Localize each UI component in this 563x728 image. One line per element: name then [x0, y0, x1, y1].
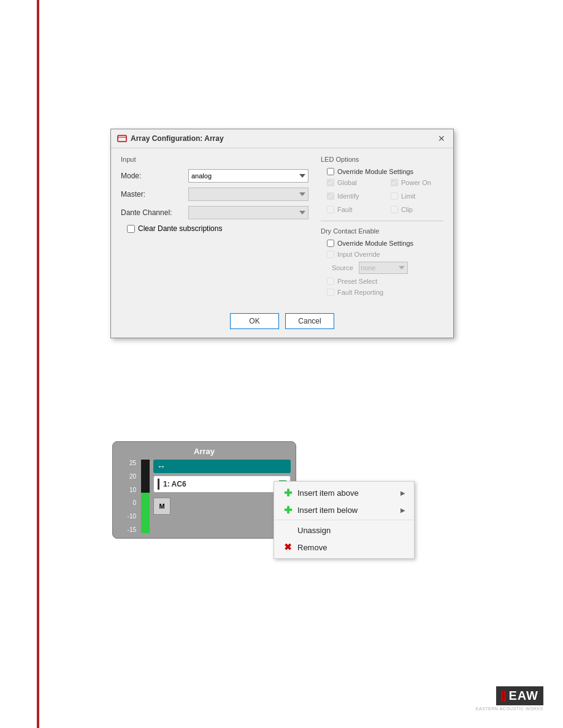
global-label: Global	[337, 179, 357, 186]
eaw-stripes	[501, 691, 506, 702]
clip-row: Clip	[385, 206, 443, 213]
array-widget: Array 25 20 10 0 -10 -15 ↔ 1: AC6	[112, 441, 296, 539]
unassign-label: Unassign	[297, 526, 331, 535]
dialog-body: Input Mode: analog Master: Dante Channel…	[111, 148, 453, 307]
array-title: Array	[118, 447, 291, 456]
fault-label: Fault	[337, 206, 352, 213]
identify-label: Identify	[337, 192, 359, 200]
dry-contact-label: Dry Contact Enable	[321, 227, 443, 235]
mode-row: Mode: analog	[121, 169, 308, 183]
mode-label: Mode:	[121, 172, 188, 180]
input-override-label: Input Override	[337, 251, 380, 258]
dialog-title: Array Configuration: Array	[131, 134, 224, 143]
m-button[interactable]: M	[153, 498, 170, 515]
meter-fill	[141, 493, 150, 533]
dry-override-row: Override Module Settings	[321, 240, 443, 247]
insert-below-label: Insert item below	[297, 506, 358, 515]
clip-checkbox[interactable]	[391, 206, 398, 213]
power-on-checkbox[interactable]	[391, 179, 398, 186]
cancel-button[interactable]: Cancel	[285, 313, 334, 329]
power-on-row: Power On	[385, 179, 443, 186]
dialog-titlebar: Array Configuration: Array ✕	[111, 129, 453, 148]
config-icon	[117, 134, 127, 143]
x-red-icon: ✖	[283, 542, 293, 552]
fault-reporting-checkbox[interactable]	[327, 289, 334, 296]
array-top-bar: ↔	[153, 460, 291, 473]
led-override-checkbox[interactable]	[327, 168, 334, 175]
limit-label: Limit	[401, 192, 415, 200]
clear-dante-checkbox[interactable]	[127, 225, 135, 233]
dialog-title-left: Array Configuration: Array	[117, 134, 224, 143]
array-item-row[interactable]: 1: AC6	[153, 476, 291, 493]
arrow-icon-below: ▶	[400, 507, 405, 514]
meter-bar	[141, 460, 150, 533]
source-row: Source none	[321, 262, 443, 274]
eaw-logo: EAW EASTERN ACOUSTIC WORKS	[476, 686, 543, 711]
insert-below-item[interactable]: ✚ Insert item below ▶	[274, 501, 414, 518]
meter-column: 25 20 10 0 -10 -15	[118, 460, 137, 533]
meter-minus15: -15	[128, 526, 136, 533]
close-button[interactable]: ✕	[436, 133, 447, 144]
fault-checkbox[interactable]	[327, 206, 334, 213]
override-module-row: Override Module Settings	[321, 168, 443, 175]
master-label: Master:	[121, 190, 188, 199]
meter-25: 25	[129, 460, 136, 466]
eaw-logo-sub: EASTERN ACOUSTIC WORKS	[476, 707, 543, 711]
plus-green-icon-below: ✚	[283, 505, 293, 515]
input-section: Input Mode: analog Master: Dante Channel…	[121, 156, 308, 300]
identify-checkbox[interactable]	[327, 192, 334, 200]
context-separator	[274, 520, 414, 520]
limit-checkbox[interactable]	[391, 192, 398, 200]
dante-label: Dante Channel:	[121, 208, 188, 217]
mode-select[interactable]: analog	[188, 169, 308, 183]
source-select[interactable]: none	[359, 262, 408, 274]
fault-row: Fault	[321, 206, 380, 213]
power-on-label: Power On	[401, 179, 431, 186]
preset-select-label: Preset Select	[337, 278, 377, 285]
dante-row: Dante Channel:	[121, 206, 308, 219]
global-row: Global	[321, 179, 380, 186]
item-indicator	[158, 479, 159, 490]
input-section-label: Input	[121, 156, 308, 163]
context-menu: ✚ Insert item above ▶ ✚ Insert item belo…	[274, 481, 415, 559]
fault-reporting-label: Fault Reporting	[337, 289, 383, 296]
red-bar	[37, 0, 39, 728]
item-label: 1: AC6	[163, 480, 275, 488]
led-override-label: Override Module Settings	[337, 168, 413, 175]
remove-item[interactable]: ✖ Remove	[274, 539, 414, 556]
array-config-dialog: Array Configuration: Array ✕ Input Mode:…	[110, 129, 454, 338]
limit-row: Limit	[385, 192, 443, 200]
fault-reporting-row: Fault Reporting	[321, 289, 443, 296]
unassign-item[interactable]: Unassign	[274, 521, 414, 539]
plus-green-icon-above: ✚	[283, 488, 293, 498]
preset-select-checkbox[interactable]	[327, 278, 334, 285]
meter-minus10: -10	[128, 513, 136, 520]
dante-select[interactable]	[188, 206, 308, 219]
divider	[321, 221, 443, 221]
array-inner: 25 20 10 0 -10 -15 ↔ 1: AC6 M	[118, 460, 291, 533]
input-override-checkbox[interactable]	[327, 251, 334, 258]
arrow-icon-above: ▶	[400, 490, 405, 496]
array-content: ↔ 1: AC6 M	[153, 460, 291, 533]
ok-button[interactable]: OK	[230, 313, 279, 329]
insert-above-label: Insert item above	[297, 488, 359, 498]
eaw-logo-text: EAW	[508, 689, 538, 703]
led-options-label: LED Options	[321, 156, 443, 163]
source-label: Source	[332, 264, 355, 271]
global-checkbox[interactable]	[327, 179, 334, 186]
led-checkboxes: Global Power On Identify Limit Fault	[321, 179, 443, 217]
dry-override-checkbox[interactable]	[327, 240, 334, 247]
remove-label: Remove	[297, 543, 327, 552]
master-row: Master:	[121, 188, 308, 201]
eaw-stripe-2	[504, 691, 506, 702]
meter-numbers: 25 20 10 0 -10 -15	[128, 460, 137, 533]
top-bar-icon: ↔	[157, 461, 166, 471]
unassign-icon	[283, 525, 293, 535]
svg-rect-0	[118, 135, 126, 142]
dry-override-label: Override Module Settings	[337, 240, 413, 247]
eaw-logo-box: EAW	[496, 686, 543, 705]
insert-above-item[interactable]: ✚ Insert item above ▶	[274, 484, 414, 501]
clear-dante-label: Clear Dante subscriptions	[138, 224, 222, 233]
preset-select-row: Preset Select	[321, 278, 443, 285]
master-select[interactable]	[188, 188, 308, 201]
